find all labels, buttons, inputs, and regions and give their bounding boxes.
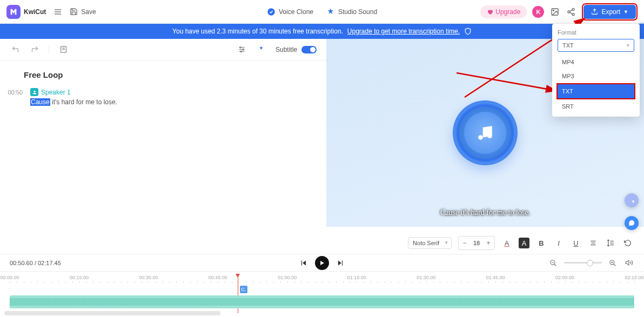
svg-point-22 (478, 135, 483, 140)
save-button[interactable]: Save (70, 8, 96, 16)
float-translate-icon[interactable] (625, 193, 639, 207)
ruler-label: 01:00.00 (278, 275, 297, 280)
export-button[interactable]: Export ▼ (583, 5, 636, 19)
font-select[interactable]: Noto Serif (408, 237, 452, 249)
export-icon (591, 8, 598, 15)
zoom-out-icon[interactable] (548, 258, 559, 268)
audio-disc (453, 100, 518, 165)
format-option-srt[interactable]: SRT (558, 99, 634, 113)
app-logo (6, 5, 21, 19)
subtitle-toggle[interactable]: Subtitle (276, 46, 317, 53)
svg-line-9 (570, 10, 573, 11)
underline-icon[interactable]: U (571, 238, 581, 248)
magic-icon[interactable] (256, 44, 267, 55)
studio-sound-icon (326, 8, 335, 16)
ruler-label: 01:30.00 (417, 275, 435, 280)
media-icon[interactable] (549, 6, 560, 17)
svg-point-21 (33, 90, 35, 92)
format-input[interactable]: TXT ▾ (558, 39, 634, 52)
note-icon[interactable] (58, 44, 69, 55)
format-option-mp4[interactable]: MP4 (558, 55, 634, 69)
zoom-slider[interactable] (564, 262, 602, 264)
banner-edge (641, 24, 644, 39)
format-option-txt[interactable]: TXT (556, 83, 635, 99)
subtitle-label: Subtitle (276, 46, 297, 53)
left-toolbar: Subtitle (0, 39, 326, 60)
svg-marker-31 (303, 260, 306, 265)
studio-sound-tool[interactable]: Studio Sound (326, 8, 377, 16)
svg-marker-34 (338, 260, 341, 265)
voice-clone-label: Voice Clone (279, 8, 313, 16)
preview-caption: Cause it's hard for me to lose. (326, 208, 644, 217)
app-name: KwiCut (24, 8, 46, 16)
align-icon[interactable] (588, 238, 599, 248)
total-time: 02:17.45 (38, 260, 61, 266)
voice-clone-tool[interactable]: Voice Clone (267, 8, 313, 16)
ruler: 00:00.0000:15.0000:30.0000:45.0001:00.00… (10, 275, 634, 284)
ruler-label: 01:45.00 (486, 275, 505, 280)
format-option-mp3[interactable]: MP3 (558, 69, 634, 83)
svg-point-7 (568, 11, 570, 13)
next-button[interactable] (337, 259, 344, 267)
speaker-label[interactable]: Speaker 1 (30, 88, 313, 96)
undo-icon[interactable] (10, 44, 21, 55)
playback-bar: 00:50.60 / 02:17.45 (0, 254, 644, 271)
ruler-label: 01:15.00 (347, 275, 366, 280)
volume-icon[interactable] (623, 258, 634, 268)
size-value: 18 (471, 240, 482, 246)
zoom-controls (548, 258, 634, 268)
clip-marker[interactable]: C. (240, 286, 247, 293)
svg-marker-43 (626, 260, 629, 265)
divider (49, 45, 49, 54)
horizontal-scrollbar[interactable] (4, 311, 220, 315)
format-list: MP4MP3TXTSRT (558, 55, 634, 113)
chevron-down-icon: ▼ (623, 9, 628, 15)
menu-icon[interactable] (53, 8, 62, 16)
text-color-icon[interactable]: A (501, 238, 512, 248)
adjust-icon[interactable] (237, 44, 247, 55)
svg-marker-33 (320, 261, 324, 265)
avatar[interactable]: K (532, 6, 544, 18)
reset-icon[interactable] (622, 238, 633, 248)
timestamp: 00:50 (6, 88, 23, 96)
ruler-label: 02:00.00 (555, 275, 574, 280)
upgrade-button[interactable]: Upgrade (480, 5, 527, 18)
usage-banner: You have used 2.3 minutes of 30 minutes … (0, 24, 644, 39)
toggle-switch[interactable] (301, 46, 317, 53)
line-spacing-icon[interactable] (605, 238, 616, 248)
format-label: Format (558, 29, 634, 36)
play-controls (300, 256, 344, 270)
timeline[interactable]: 00:00.0000:15.0000:30.0000:45.0001:00.00… (0, 271, 644, 316)
highlighted-word: Cause (30, 98, 50, 106)
play-button[interactable] (315, 256, 329, 270)
text-bg-icon[interactable]: A (519, 238, 529, 248)
audio-track[interactable] (10, 295, 634, 308)
transcript-row: 00:50 Speaker 1 Cause it's hard for me t… (6, 88, 313, 106)
svg-rect-32 (301, 260, 302, 265)
heart-icon (487, 9, 493, 15)
ruler-label: 02:15.00 (625, 275, 643, 280)
svg-line-37 (554, 264, 556, 266)
svg-point-3 (267, 8, 274, 15)
ruler-label: 00:45.00 (209, 275, 227, 280)
transcript-text[interactable]: Cause it's hard for me to lose. (30, 98, 313, 106)
zoom-in-icon[interactable] (607, 258, 618, 268)
left-pane: Subtitle Free Loop 00:50 Speaker 1 Cause… (0, 39, 326, 254)
ruler-label: 00:30.00 (139, 275, 158, 280)
current-time: 00:50.60 (10, 260, 33, 266)
italic-icon[interactable]: I (553, 238, 564, 248)
transcript: Free Loop 00:50 Speaker 1 Cause it's har… (0, 60, 326, 111)
text-toolbar: Noto Serif − 18 + A A B I U (326, 232, 644, 254)
bold-icon[interactable]: B (536, 238, 547, 248)
size-increase[interactable]: + (482, 237, 494, 249)
share-icon[interactable] (566, 6, 576, 17)
prev-button[interactable] (300, 259, 307, 267)
svg-point-5 (553, 10, 554, 11)
float-chat-icon[interactable] (625, 216, 639, 230)
voice-clone-icon (267, 8, 276, 16)
redo-icon[interactable] (29, 44, 40, 55)
banner-link[interactable]: Upgrade to get more transcription time. (347, 28, 460, 35)
speaker-name: Speaker 1 (41, 89, 71, 96)
size-decrease[interactable]: − (459, 237, 471, 249)
chevron-down-icon: ▾ (627, 43, 629, 48)
